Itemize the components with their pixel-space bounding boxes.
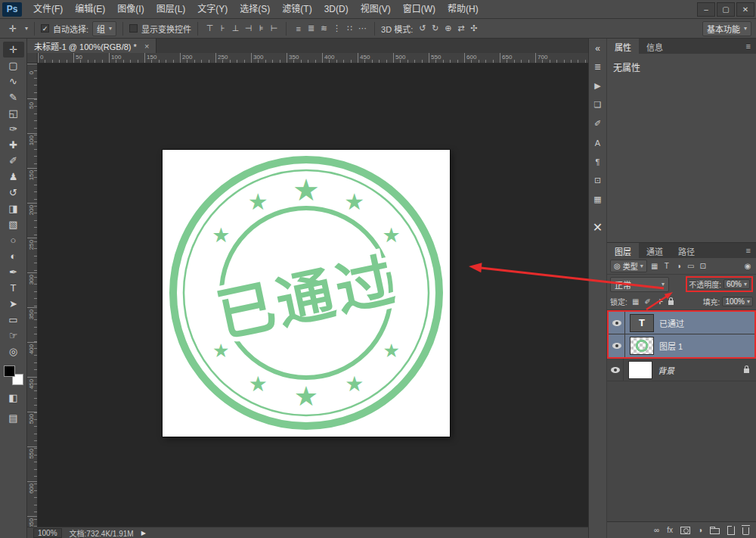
clone-stamp-tool[interactable]: ♟ [3,169,24,185]
filter-text-layers-icon[interactable]: T [662,262,672,270]
layer-name[interactable]: 已通过 [659,317,684,329]
menu-item[interactable]: 图像(I) [111,0,150,19]
status-expand-icon[interactable]: ▶ [141,530,146,536]
distribute-bottom-edges-icon[interactable]: ≋ [318,23,330,33]
panel-menu-icon[interactable]: ≡ [741,243,756,258]
image-layer-thumbnail[interactable] [630,337,654,355]
filter-shape-layers-icon[interactable]: ▭ [686,262,696,270]
history-panel-icon[interactable]: ≣ [590,61,606,73]
distribute-top-edges-icon[interactable]: ≡ [293,24,304,33]
fill-dropdown[interactable]: 100% ▾ [722,297,753,306]
foreground-color-swatch[interactable] [4,365,15,377]
menu-item[interactable]: 视图(V) [355,0,397,19]
lock-image-pixels-icon[interactable]: ✐ [643,297,653,306]
brush-presets-panel-icon[interactable]: ✐ [590,117,606,130]
background-layer-thumbnail[interactable] [628,361,652,379]
tab-channels[interactable]: 通道 [639,243,671,258]
character-panel-icon[interactable]: A [590,136,606,149]
eye-icon[interactable] [611,367,620,373]
layer-filter-type-dropdown[interactable]: ◎ 类型 ▾ [610,260,647,272]
lasso-tool[interactable]: ∿ [3,73,24,89]
quick-mask-mode-icon[interactable]: ◧ [3,390,24,406]
pen-tool[interactable]: ✒ [3,264,24,280]
blend-mode-dropdown[interactable]: 正常 ▾ [610,277,669,292]
menu-item[interactable]: 文件(F) [27,0,69,19]
close-panel-icon[interactable]: ✕ [590,221,606,234]
menu-item[interactable]: 帮助(H) [442,0,485,19]
menu-item[interactable]: 滤镜(T) [276,0,318,19]
quick-selection-tool[interactable]: ✎ [3,89,24,105]
tab-layers[interactable]: 图层 [607,243,639,258]
distribute-right-edges-icon[interactable]: ⋯ [357,23,368,33]
distribute-vertical-centers-icon[interactable]: ≣ [305,23,317,33]
lock-all-icon[interactable] [668,300,674,305]
delete-layer-icon[interactable] [742,527,749,535]
visibility-cell[interactable] [607,359,624,381]
3d-slide-icon[interactable]: ⇄ [455,23,466,33]
auto-select-checkbox[interactable]: ✓ [41,24,49,33]
filter-pixel-layers-icon[interactable]: ▦ [649,262,660,270]
histogram-panel-icon[interactable]: ▦ [590,193,606,206]
3d-scale-icon[interactable]: ✣ [468,23,479,33]
tab-info[interactable]: 信息 [639,39,671,54]
panel-menu-icon[interactable]: ≡ [741,39,756,54]
rectangle-tool[interactable]: ▭ [3,312,24,328]
workspace-switcher[interactable]: 基本功能 ▾ [702,21,751,36]
filter-smart-objects-icon[interactable]: ⊡ [698,262,708,270]
auto-select-target-dropdown[interactable]: 组 ▾ [92,21,116,36]
layer-row-background[interactable]: 背景 [607,359,756,381]
collapse-panels-icon[interactable]: « [590,42,606,54]
3d-roll-icon[interactable]: ↻ [429,23,441,33]
layer-style-fx-icon[interactable]: fx [667,526,673,534]
adjustment-layer-icon[interactable]: ◑ [698,526,702,534]
link-layers-icon[interactable]: ∞ [654,526,659,534]
eye-icon[interactable] [612,320,621,326]
spot-healing-brush-tool[interactable]: ✚ [3,137,24,153]
menu-item[interactable]: 窗口(W) [397,0,442,19]
eraser-tool[interactable]: ◨ [3,201,24,216]
lock-position-icon[interactable]: ✛ [655,297,665,306]
hand-tool[interactable]: ☞ [3,328,24,344]
move-tool[interactable]: ✛ [3,42,24,58]
new-layer-icon[interactable] [727,526,735,535]
document-tab[interactable]: 未标题-1 @ 100%(RGB/8) * × [27,39,156,53]
horizontal-type-tool[interactable]: T [3,280,24,296]
close-tab-icon[interactable]: × [144,42,149,51]
actions-panel-icon[interactable]: ▶ [590,79,606,92]
visibility-cell[interactable] [609,334,625,357]
history-brush-tool[interactable]: ↺ [3,185,24,201]
align-top-edges-icon[interactable]: ⊤ [204,23,215,33]
tab-properties[interactable]: 属性 [607,39,639,54]
3d-rotate-icon[interactable]: ↺ [417,23,428,33]
distribute-left-edges-icon[interactable]: ⋮ [331,23,342,33]
menu-item[interactable]: 编辑(E) [69,0,111,19]
paragraph-panel-icon[interactable]: ¶ [590,155,606,168]
minimize-button[interactable]: – [697,2,715,17]
3d-drag-icon[interactable]: ⊕ [442,23,454,33]
show-transform-controls-checkbox[interactable] [129,24,138,33]
align-left-edges-icon[interactable]: ⊣ [243,23,254,33]
menu-item[interactable]: 3D(D) [318,0,355,19]
menu-item[interactable]: 图层(L) [150,0,192,19]
zoom-level-field[interactable]: 100% [33,528,62,538]
visibility-cell[interactable] [609,312,625,334]
align-right-edges-icon[interactable]: ⊢ [268,23,280,33]
align-horizontal-centers-icon[interactable]: ⊧ [256,23,267,33]
close-button[interactable]: ✕ [736,2,754,17]
eyedropper-tool[interactable]: ✑ [3,121,24,137]
blur-tool[interactable]: ○ [3,232,24,248]
canvas-viewport[interactable]: 0501001502002503003504004505005506006507… [27,53,588,527]
align-vertical-centers-icon[interactable]: ⊦ [217,23,228,33]
layer-name[interactable]: 背景 [658,364,674,376]
text-layer-thumbnail[interactable]: T [630,314,654,332]
screen-mode-icon[interactable]: ▤ [3,410,24,426]
dodge-tool[interactable]: ◐ [3,248,24,264]
info-panel-icon[interactable]: ⊡ [590,174,606,187]
restore-button[interactable]: ▢ [717,2,735,17]
document-canvas[interactable]: ★ ★ ★ ★ ★ ★ ★ ★ ★ ★ 已通过 [163,150,450,437]
distribute-horizontal-centers-icon[interactable]: ∷ [344,23,355,33]
layer-row-text[interactable]: T 已通过 [609,312,754,334]
crop-tool[interactable]: ◱ [3,105,24,121]
tab-paths[interactable]: 路径 [671,243,702,258]
layer-row-image[interactable]: 图层 1 [609,334,754,357]
